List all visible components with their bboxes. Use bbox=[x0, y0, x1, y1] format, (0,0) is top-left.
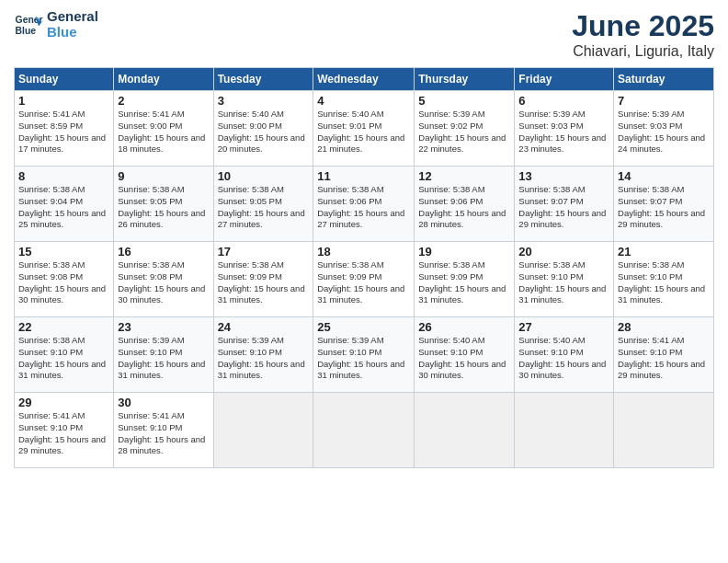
weekday-header-wednesday: Wednesday bbox=[313, 68, 415, 91]
day-info: Sunrise: 5:38 AMSunset: 9:10 PMDaylight:… bbox=[618, 259, 710, 306]
calendar-cell: 9Sunrise: 5:38 AMSunset: 9:05 PMDaylight… bbox=[114, 167, 213, 242]
calendar-cell: 1Sunrise: 5:41 AMSunset: 8:59 PMDaylight… bbox=[15, 91, 114, 167]
calendar-cell: 14Sunrise: 5:38 AMSunset: 9:07 PMDayligh… bbox=[614, 167, 714, 242]
day-info: Sunrise: 5:38 AMSunset: 9:07 PMDaylight:… bbox=[518, 184, 609, 231]
calendar-cell: 8Sunrise: 5:38 AMSunset: 9:04 PMDaylight… bbox=[15, 167, 114, 242]
calendar-title: June 2025 bbox=[572, 9, 714, 43]
day-number: 19 bbox=[418, 245, 510, 259]
calendar-cell: 30Sunrise: 5:41 AMSunset: 9:10 PMDayligh… bbox=[114, 393, 213, 468]
calendar-cell: 10Sunrise: 5:38 AMSunset: 9:05 PMDayligh… bbox=[213, 167, 313, 242]
weekday-header-monday: Monday bbox=[114, 68, 213, 91]
weekday-header-friday: Friday bbox=[515, 68, 614, 91]
logo-line1: General bbox=[47, 9, 98, 25]
day-info: Sunrise: 5:38 AMSunset: 9:05 PMDaylight:… bbox=[118, 184, 209, 231]
day-number: 21 bbox=[618, 245, 710, 259]
day-number: 17 bbox=[218, 245, 310, 259]
day-number: 12 bbox=[418, 169, 510, 183]
logo-line2: Blue bbox=[47, 25, 98, 40]
calendar-cell: 26Sunrise: 5:40 AMSunset: 9:10 PMDayligh… bbox=[415, 317, 515, 393]
day-number: 5 bbox=[418, 94, 510, 108]
logo: General Blue General Blue bbox=[14, 9, 98, 40]
calendar-cell: 5Sunrise: 5:39 AMSunset: 9:02 PMDaylight… bbox=[415, 91, 515, 167]
calendar-cell: 28Sunrise: 5:41 AMSunset: 9:10 PMDayligh… bbox=[614, 317, 714, 393]
calendar-cell bbox=[415, 393, 515, 468]
day-number: 23 bbox=[118, 320, 209, 334]
day-number: 10 bbox=[218, 169, 310, 183]
week-row-4: 22Sunrise: 5:38 AMSunset: 9:10 PMDayligh… bbox=[15, 317, 714, 393]
calendar-cell: 2Sunrise: 5:41 AMSunset: 9:00 PMDaylight… bbox=[114, 91, 213, 167]
day-number: 25 bbox=[317, 320, 410, 334]
day-number: 26 bbox=[418, 320, 510, 334]
calendar-cell: 23Sunrise: 5:39 AMSunset: 9:10 PMDayligh… bbox=[114, 317, 213, 393]
day-number: 11 bbox=[317, 169, 410, 183]
day-number: 16 bbox=[118, 245, 209, 259]
day-info: Sunrise: 5:38 AMSunset: 9:08 PMDaylight:… bbox=[18, 259, 109, 306]
week-row-2: 8Sunrise: 5:38 AMSunset: 9:04 PMDaylight… bbox=[15, 167, 714, 242]
day-info: Sunrise: 5:38 AMSunset: 9:06 PMDaylight:… bbox=[418, 184, 510, 231]
calendar-cell: 15Sunrise: 5:38 AMSunset: 9:08 PMDayligh… bbox=[15, 242, 114, 317]
day-number: 1 bbox=[18, 94, 109, 108]
day-info: Sunrise: 5:39 AMSunset: 9:10 PMDaylight:… bbox=[317, 335, 410, 382]
day-number: 14 bbox=[618, 169, 710, 183]
day-number: 7 bbox=[618, 94, 710, 108]
calendar-cell: 25Sunrise: 5:39 AMSunset: 9:10 PMDayligh… bbox=[313, 317, 415, 393]
calendar-cell: 12Sunrise: 5:38 AMSunset: 9:06 PMDayligh… bbox=[415, 167, 515, 242]
week-row-3: 15Sunrise: 5:38 AMSunset: 9:08 PMDayligh… bbox=[15, 242, 714, 317]
day-number: 28 bbox=[618, 320, 710, 334]
weekday-header-thursday: Thursday bbox=[415, 68, 515, 91]
calendar-page: General Blue General Blue June 2025 Chia… bbox=[0, 0, 728, 563]
day-info: Sunrise: 5:40 AMSunset: 9:01 PMDaylight:… bbox=[317, 109, 410, 155]
day-info: Sunrise: 5:38 AMSunset: 9:06 PMDaylight:… bbox=[317, 184, 410, 231]
calendar-cell bbox=[614, 393, 714, 468]
calendar-cell: 7Sunrise: 5:39 AMSunset: 9:03 PMDaylight… bbox=[614, 91, 714, 167]
day-number: 2 bbox=[118, 94, 209, 108]
calendar-cell bbox=[313, 393, 415, 468]
day-number: 4 bbox=[317, 94, 410, 108]
weekday-header-saturday: Saturday bbox=[614, 68, 714, 91]
day-number: 30 bbox=[118, 396, 209, 409]
week-row-1: 1Sunrise: 5:41 AMSunset: 8:59 PMDaylight… bbox=[15, 91, 714, 167]
day-info: Sunrise: 5:41 AMSunset: 9:10 PMDaylight:… bbox=[618, 335, 710, 382]
svg-text:Blue: Blue bbox=[16, 25, 37, 35]
day-info: Sunrise: 5:38 AMSunset: 9:07 PMDaylight:… bbox=[618, 184, 710, 231]
day-info: Sunrise: 5:39 AMSunset: 9:03 PMDaylight:… bbox=[518, 109, 609, 155]
calendar-cell: 18Sunrise: 5:38 AMSunset: 9:09 PMDayligh… bbox=[313, 242, 415, 317]
day-info: Sunrise: 5:39 AMSunset: 9:10 PMDaylight:… bbox=[218, 335, 310, 382]
calendar-cell: 4Sunrise: 5:40 AMSunset: 9:01 PMDaylight… bbox=[313, 91, 415, 167]
day-info: Sunrise: 5:40 AMSunset: 9:00 PMDaylight:… bbox=[218, 109, 310, 155]
day-number: 9 bbox=[118, 169, 209, 183]
calendar-table: SundayMondayTuesdayWednesdayThursdayFrid… bbox=[14, 67, 714, 468]
day-info: Sunrise: 5:38 AMSunset: 9:09 PMDaylight:… bbox=[418, 259, 510, 306]
page-header: General Blue General Blue June 2025 Chia… bbox=[14, 9, 714, 60]
day-number: 6 bbox=[518, 94, 609, 108]
day-info: Sunrise: 5:40 AMSunset: 9:10 PMDaylight:… bbox=[418, 335, 510, 382]
calendar-cell: 29Sunrise: 5:41 AMSunset: 9:10 PMDayligh… bbox=[15, 393, 114, 468]
calendar-subtitle: Chiavari, Liguria, Italy bbox=[572, 43, 714, 60]
day-number: 18 bbox=[317, 245, 410, 259]
day-info: Sunrise: 5:38 AMSunset: 9:08 PMDaylight:… bbox=[118, 259, 209, 306]
calendar-cell: 3Sunrise: 5:40 AMSunset: 9:00 PMDaylight… bbox=[213, 91, 313, 167]
day-number: 29 bbox=[18, 396, 109, 409]
calendar-cell: 17Sunrise: 5:38 AMSunset: 9:09 PMDayligh… bbox=[213, 242, 313, 317]
day-info: Sunrise: 5:38 AMSunset: 9:09 PMDaylight:… bbox=[218, 259, 310, 306]
calendar-cell bbox=[515, 393, 614, 468]
calendar-cell bbox=[213, 393, 313, 468]
weekday-header-row: SundayMondayTuesdayWednesdayThursdayFrid… bbox=[15, 68, 714, 91]
day-info: Sunrise: 5:41 AMSunset: 8:59 PMDaylight:… bbox=[18, 109, 109, 155]
day-info: Sunrise: 5:38 AMSunset: 9:05 PMDaylight:… bbox=[218, 184, 310, 231]
day-info: Sunrise: 5:38 AMSunset: 9:10 PMDaylight:… bbox=[518, 259, 609, 306]
day-info: Sunrise: 5:38 AMSunset: 9:09 PMDaylight:… bbox=[317, 259, 410, 306]
day-info: Sunrise: 5:41 AMSunset: 9:00 PMDaylight:… bbox=[118, 109, 209, 155]
calendar-cell: 21Sunrise: 5:38 AMSunset: 9:10 PMDayligh… bbox=[614, 242, 714, 317]
day-number: 15 bbox=[18, 245, 109, 259]
day-info: Sunrise: 5:41 AMSunset: 9:10 PMDaylight:… bbox=[18, 410, 109, 457]
day-number: 3 bbox=[218, 94, 310, 108]
calendar-cell: 11Sunrise: 5:38 AMSunset: 9:06 PMDayligh… bbox=[313, 167, 415, 242]
day-info: Sunrise: 5:41 AMSunset: 9:10 PMDaylight:… bbox=[118, 410, 209, 457]
weekday-header-tuesday: Tuesday bbox=[213, 68, 313, 91]
weekday-header-sunday: Sunday bbox=[15, 68, 114, 91]
day-number: 27 bbox=[518, 320, 609, 334]
calendar-cell: 24Sunrise: 5:39 AMSunset: 9:10 PMDayligh… bbox=[213, 317, 313, 393]
calendar-cell: 13Sunrise: 5:38 AMSunset: 9:07 PMDayligh… bbox=[515, 167, 614, 242]
title-section: June 2025 Chiavari, Liguria, Italy bbox=[572, 9, 714, 60]
